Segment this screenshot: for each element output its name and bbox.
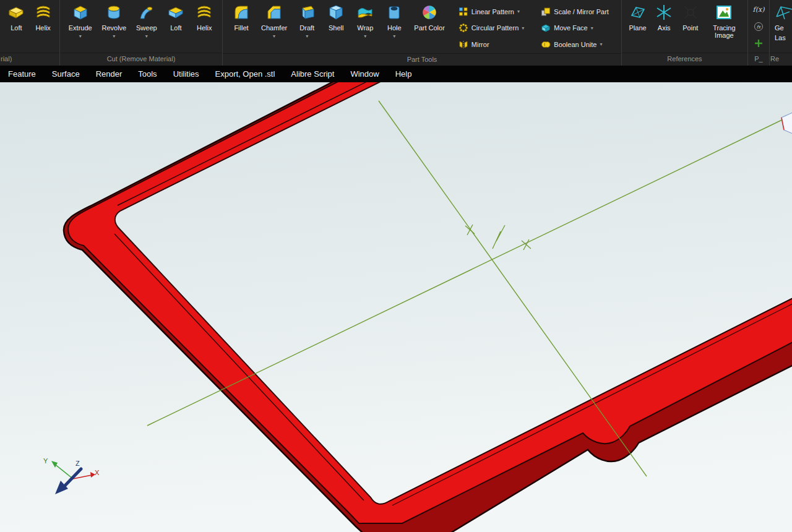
loft-button[interactable]: Loft: [6, 0, 27, 32]
button-label: Hole: [387, 24, 402, 32]
scale-mirror-part-button[interactable]: Scale / Mirror Part: [538, 6, 612, 18]
tracing-image-button[interactable]: Tracing Image: [706, 0, 742, 39]
helix-button[interactable]: Helix: [33, 0, 54, 32]
button-label: Scale / Mirror Part: [554, 8, 609, 15]
dropdown-arrow-icon[interactable]: ▾: [145, 34, 148, 38]
ribbon-group-references: Plane Axis Point: [622, 0, 747, 66]
wrap-button[interactable]: Wrap ▾: [355, 0, 376, 38]
plane-icon: [629, 3, 647, 22]
menu-window[interactable]: Window: [342, 66, 387, 82]
axis-icon: [655, 3, 673, 22]
dropdown-arrow-icon[interactable]: ▾: [393, 34, 395, 38]
add-parameter-button[interactable]: [748, 36, 769, 51]
chamfer-icon: [265, 3, 283, 22]
ribbon-section-label: Cut (Remove Material): [60, 53, 222, 66]
button-label: Fillet: [234, 24, 248, 32]
dropdown-arrow-icon[interactable]: ▾: [306, 34, 308, 38]
helix-cut-button[interactable]: Helix: [194, 0, 215, 32]
dropdown-arrow-icon[interactable]: ▾: [600, 42, 602, 46]
ribbon-section-label: Part Tools: [223, 53, 621, 66]
sweep-cut-button[interactable]: Sweep ▾: [135, 0, 158, 38]
button-label: Helix: [35, 24, 50, 32]
group-buttons: Fillet Chamfer ▾ Draft ▾: [223, 0, 621, 53]
hole-icon: [385, 3, 403, 22]
button-label: Circular Pattern: [471, 24, 519, 32]
menu-export-open-stl[interactable]: Export, Open .stl: [207, 66, 283, 82]
extrude-cut-button[interactable]: Extrude ▾: [67, 0, 93, 38]
group-buttons: Plane Axis Point: [622, 0, 747, 53]
group-buttons: f(x) fx: [748, 0, 769, 53]
ribbon-toolbar: Loft Helix rial) Extrude: [0, 0, 792, 66]
helix-icon: [34, 3, 53, 22]
group-buttons: Extrude ▾ Revolve ▾ Sweep ▾: [60, 0, 222, 53]
dropdown-arrow-icon[interactable]: ▾: [273, 34, 275, 38]
viewport-3d[interactable]: Y Z X: [0, 82, 792, 532]
fx-italic-icon: f(x): [753, 6, 765, 14]
menu-render[interactable]: Render: [88, 66, 131, 82]
dropdown-arrow-icon[interactable]: ▾: [517, 9, 520, 14]
extrude-cut-icon: [71, 3, 90, 22]
equation-editor-button[interactable]: f(x): [748, 2, 769, 17]
app-window: Loft Helix rial) Extrude: [0, 0, 792, 532]
fx-circle-icon: fx: [754, 22, 764, 32]
button-label: Part Color: [414, 24, 445, 32]
triad-y-label: Y: [43, 457, 48, 465]
mirror-icon: [458, 40, 468, 49]
boolean-unite-button[interactable]: Boolean Unite ▾: [538, 38, 612, 51]
triad-z-label: Z: [75, 460, 80, 467]
menu-bar: Feature Surface Render Tools Utilities E…: [0, 66, 792, 82]
move-face-button[interactable]: Move Face ▾: [538, 22, 612, 34]
shell-button[interactable]: Shell: [325, 0, 346, 32]
button-label: Move Face: [554, 24, 587, 32]
fillet-button[interactable]: Fillet: [231, 0, 252, 32]
revolve-cut-icon: [105, 3, 123, 22]
loft-cut-icon: [166, 3, 185, 22]
part-color-button[interactable]: Part Color: [413, 0, 446, 32]
wrap-icon: [356, 3, 374, 22]
viewport-canvas: Y Z X: [0, 82, 792, 532]
modify-stack-column: Scale / Mirror Part Move Face ▾ Boolea: [536, 0, 613, 56]
menu-tools[interactable]: Tools: [130, 66, 165, 82]
menu-alibre-script[interactable]: Alibre Script: [283, 66, 342, 82]
triad-x-label: X: [95, 469, 100, 476]
ribbon-section-label: References: [622, 53, 747, 66]
boolean-unite-icon: [541, 40, 551, 49]
draft-icon: [298, 3, 316, 22]
part-color-icon: [420, 3, 439, 22]
circular-pattern-button[interactable]: Circular Pattern ▾: [455, 22, 527, 34]
global-parameters-button[interactable]: fx: [748, 19, 769, 34]
scale-mirror-part-icon: [541, 7, 551, 17]
button-label: Las: [775, 34, 786, 41]
mirror-button[interactable]: Mirror: [455, 38, 527, 51]
button-label: Axis: [658, 24, 671, 32]
menu-surface[interactable]: Surface: [44, 66, 88, 82]
dropdown-arrow-icon[interactable]: ▾: [113, 34, 115, 38]
chamfer-button[interactable]: Chamfer ▾: [260, 0, 288, 38]
sweep-cut-icon: [137, 3, 156, 22]
menu-help[interactable]: Help: [387, 66, 420, 82]
clipped-right-button[interactable]: Ge Las: [770, 0, 792, 41]
dropdown-arrow-icon[interactable]: ▾: [364, 34, 366, 38]
button-label: Mirror: [471, 41, 489, 48]
draft-button[interactable]: Draft ▾: [296, 0, 317, 38]
ribbon-group-cut: Extrude ▾ Revolve ▾ Sweep ▾: [60, 0, 222, 66]
group-buttons: Ge Las: [770, 0, 792, 53]
dropdown-arrow-icon[interactable]: ▾: [79, 34, 82, 38]
point-icon: [681, 3, 700, 22]
dropdown-arrow-icon[interactable]: ▾: [591, 26, 593, 30]
green-plus-icon: [754, 38, 764, 48]
revolve-cut-button[interactable]: Revolve ▾: [100, 0, 127, 38]
point-button[interactable]: Point: [680, 0, 701, 32]
button-label: Loft: [11, 24, 22, 32]
button-label: Loft: [170, 24, 181, 32]
menu-utilities[interactable]: Utilities: [165, 66, 207, 82]
hole-button[interactable]: Hole ▾: [384, 0, 405, 38]
dropdown-arrow-icon[interactable]: ▾: [522, 26, 524, 30]
loft-cut-button[interactable]: Loft: [165, 0, 186, 32]
linear-pattern-button[interactable]: Linear Pattern ▾: [455, 6, 527, 18]
plane-button[interactable]: Plane: [627, 0, 648, 32]
menu-feature[interactable]: Feature: [0, 66, 44, 82]
helix-cut-icon: [195, 3, 213, 22]
tracing-image-icon: [715, 3, 733, 22]
axis-button[interactable]: Axis: [653, 0, 674, 32]
